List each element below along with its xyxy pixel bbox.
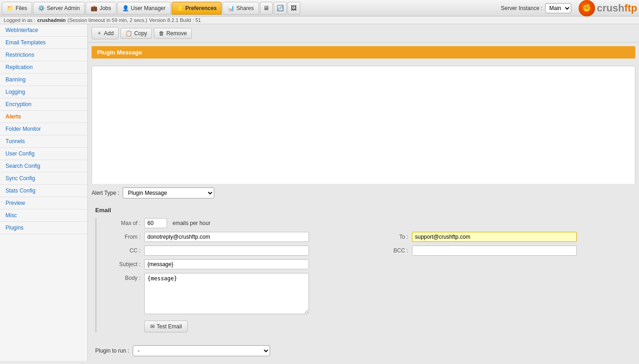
max-of-row: Max of : emails per hour [104,218,632,228]
sidebar-item-user-config[interactable]: User Config [0,148,87,160]
tab-preferences[interactable]: ⭐ Preferences [172,2,222,15]
preferences-icon: ⭐ [177,5,184,11]
emails-per-hour-label: emails per hour [173,220,211,226]
alert-type-label: Alert Type : [92,190,119,196]
copy-button[interactable]: 📋 Copy [120,28,152,39]
toolbar: ＋ Add 📋 Copy 🗑 Remove [88,24,639,43]
max-input[interactable] [144,218,167,228]
jobs-icon: 💼 [91,5,97,11]
to-input[interactable] [412,232,577,242]
sidebar-item-banning[interactable]: Banning [0,74,87,86]
sidebar-item-misc[interactable]: Misc [0,209,87,222]
sidebar-item-alerts[interactable]: Alerts [0,111,87,123]
sidebar: WebInterface Email Templates Restriction… [0,24,88,361]
username: crushadmin [37,17,65,23]
topbar: 📁 Files ⚙️ Server Admin 💼 Jobs 👤 User Ma… [0,0,639,16]
sidebar-item-encryption[interactable]: Encryption [0,98,87,111]
remove-button[interactable]: 🗑 Remove [154,28,192,39]
icon-btn-terminal[interactable]: 🖥 [260,2,273,15]
sidebar-item-folder-monitor[interactable]: Folder Monitor [0,123,87,135]
sidebar-item-plugins[interactable]: Plugins [0,222,87,234]
cc-label: CC : [104,247,141,254]
server-instance-select[interactable]: Main [545,3,571,13]
bcc-label: BCC : [372,247,408,254]
tab-user-manager[interactable]: 👤 User Manager [117,2,171,15]
tab-shares[interactable]: 📊 Shares [222,2,259,15]
message-panel [92,66,635,184]
add-button[interactable]: ＋ Add [92,27,119,39]
body-input[interactable]: {message} [144,273,309,314]
plugin-banner: Plugin Message [92,46,635,59]
test-email-button[interactable]: ✉ Test Email [144,321,188,332]
subject-input[interactable] [144,259,309,269]
content-area: ＋ Add 📋 Copy 🗑 Remove Plugin Message Ale… [88,24,639,361]
tab-server-admin[interactable]: ⚙️ Server Admin [33,2,85,15]
files-icon: 📁 [7,5,14,11]
subject-label: Subject : [104,261,141,268]
user-manager-icon: 👤 [122,5,129,11]
cc-bcc-row: CC : BCC : [104,246,632,256]
email-form: Max of : emails per hour From : To : [95,218,632,332]
envelope-icon: ✉ [150,323,155,330]
sidebar-item-restrictions[interactable]: Restrictions [0,49,87,61]
copy-icon: 📋 [125,30,132,37]
tab-jobs[interactable]: 💼 Jobs [86,2,116,15]
email-section: Email Max of : emails per hour From : [88,202,639,341]
body-label: Body : [104,275,141,281]
max-label: Max of : [104,220,141,226]
transfer-icon: 🔃 [276,5,284,11]
cc-input[interactable] [144,246,309,256]
server-admin-icon: ⚙️ [38,5,45,11]
tab-files[interactable]: 📁 Files [2,2,32,15]
bcc-input[interactable] [412,246,577,256]
nav-tabs: 📁 Files ⚙️ Server Admin 💼 Jobs 👤 User Ma… [2,2,301,15]
icon-btn-image[interactable]: 🖼 [287,2,300,15]
sidebar-item-tunnels[interactable]: Tunnels [0,135,87,148]
icon-btn-transfer[interactable]: 🔃 [274,2,287,15]
plugin-run-row: Plugin to run : - [88,341,639,361]
logo-text: crush [597,2,624,14]
sidebar-item-preview[interactable]: Preview [0,197,87,209]
sidebar-item-logging[interactable]: Logging [0,86,87,98]
email-section-title: Email [95,207,632,214]
from-label: From : [104,234,141,240]
terminal-icon: 🖥 [263,5,269,11]
logo-icon: ✊ [579,0,595,16]
sidebar-item-email-templates[interactable]: Email Templates [0,37,87,49]
test-email-row: ✉ Test Email [144,318,632,332]
plugin-run-label: Plugin to run : [95,348,129,354]
subject-row: Subject : [104,259,632,269]
plugin-run-select[interactable]: - [133,345,270,356]
server-instance-label: Server Instance : [501,5,542,11]
image-icon: 🖼 [291,5,297,11]
sidebar-item-sync-config[interactable]: Sync Config [0,172,87,185]
from-to-row: From : To : [104,232,632,242]
sidebar-item-replication[interactable]: Replication [0,61,87,74]
add-icon: ＋ [97,29,102,37]
main-layout: WebInterface Email Templates Restriction… [0,24,639,361]
remove-icon: 🗑 [159,30,164,37]
app-logo: ✊ crushftp [579,0,637,16]
statusbar: Logged in as : crushadmin (Session timeo… [0,16,639,24]
to-label: To : [372,234,408,240]
logo-ftp-text: ftp [624,2,637,14]
alert-type-select[interactable]: Plugin Message Email SMS Custom [123,187,214,198]
sidebar-item-webinterface[interactable]: WebInterface [0,24,87,37]
version-info: Version 8.2.1 Build : 51 [149,17,201,23]
from-input[interactable] [144,232,309,242]
sidebar-item-search-config[interactable]: Search Config [0,160,87,172]
server-instance-section: Server Instance : Main [501,3,571,13]
shares-icon: 📊 [227,5,234,11]
body-row: Body : {message} [104,273,632,314]
sidebar-item-stats-config[interactable]: Stats Config [0,185,87,197]
logged-in-label: Logged in as : [4,17,35,23]
session-info: (Session timeout in 59 min, 2 secs.) [67,17,147,23]
alert-type-row: Alert Type : Plugin Message Email SMS Cu… [88,184,639,202]
